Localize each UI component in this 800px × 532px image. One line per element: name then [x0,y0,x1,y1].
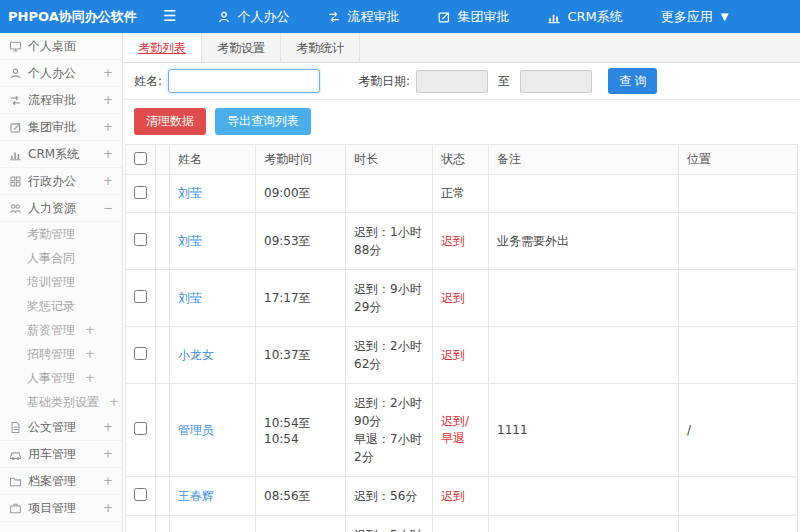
app-logo[interactable]: PHPOA协同办公软件 [0,8,123,26]
col-time: 考勤时间 [256,145,346,175]
col-note: 备注 [489,145,679,175]
expand-toggle-icon[interactable]: + [85,347,95,361]
tab-attendance-list[interactable]: 考勤列表 [123,33,202,62]
row-checkbox[interactable] [134,347,147,360]
sidebar-menu: 个人桌面 个人办公 + 流程审批 + 集团审批 + CRM系统 + 行政办公 +… [0,33,123,532]
note-cell [489,477,679,516]
sidebar-subitem-label: 奖惩记录 [27,298,75,315]
expander-cell [156,477,170,516]
top-nav: 个人办公 流程审批 集团审批 CRM系统 更多应用 ▼ [198,0,747,33]
sidebar-item[interactable]: 集团审批 + [0,114,122,141]
nav-crm-system[interactable]: CRM系统 [528,0,641,33]
duration-cell: 迟到：1小时88分 [346,213,433,270]
nav-workflow-approval[interactable]: 流程审批 [308,0,418,33]
nav-personal-office[interactable]: 个人办公 [198,0,308,33]
note-cell [489,327,679,384]
location-cell [679,213,798,270]
employee-name-link[interactable]: 管理员 [178,423,214,437]
flow-icon [327,10,341,24]
expand-toggle-icon[interactable]: − [103,201,113,215]
name-filter-label: 姓名: [134,73,162,90]
sidebar-subitem[interactable]: 奖惩记录 [0,294,122,318]
expand-toggle-icon[interactable]: + [103,447,113,461]
expander-cell [156,175,170,213]
employee-name-link[interactable]: 刘莹 [178,186,202,200]
row-checkbox[interactable] [134,290,147,303]
note-cell: 1111 [489,384,679,477]
sidebar-item[interactable]: 流程审批 + [0,87,122,114]
caret-down-icon: ▼ [721,11,729,22]
location-cell: / [679,384,798,477]
duration-cell: 迟到：5小时33分 早退：4小时67分 [346,516,433,532]
sidebar-item[interactable]: 行政办公 + [0,168,122,195]
location-cell: / [679,516,798,532]
clean-data-button[interactable]: 清理数据 [134,108,206,135]
sidebar-item-icon [9,421,22,434]
sidebar-item[interactable]: 用车管理 + [0,441,122,468]
expand-toggle-icon[interactable]: + [103,474,113,488]
sidebar-item[interactable]: 人力资源 − [0,195,122,222]
sidebar-item[interactable]: 档案管理 + [0,468,122,495]
sidebar-subitem[interactable]: 招聘管理 + [0,342,122,366]
nav-label: 个人办公 [237,8,289,26]
row-checkbox[interactable] [134,422,147,435]
nav-more-apps[interactable]: 更多应用 ▼ [642,0,748,33]
expand-toggle-icon[interactable]: + [109,395,119,409]
search-button[interactable]: 查 询 [608,68,657,94]
row-checkbox[interactable] [134,186,147,199]
menu-toggle-icon[interactable]: ☰ [123,0,198,33]
sidebar-item-icon [9,475,22,488]
sidebar-item[interactable]: 个人办公 + [0,60,122,87]
status-cell: 迟到/早退 [433,516,489,532]
duration-cell: 迟到：9小时29分 [346,270,433,327]
employee-name-link[interactable]: 刘莹 [178,234,202,248]
expand-toggle-icon[interactable]: + [103,93,113,107]
sidebar-subitem[interactable]: 基础类别设置 + [0,390,122,414]
row-checkbox[interactable] [134,488,147,501]
employee-name-link[interactable]: 刘莹 [178,291,202,305]
sidebar-subitem-label: 人事合同 [27,250,75,267]
employee-name-link[interactable]: 小龙女 [178,348,214,362]
note-cell: 业务需要外出 [489,213,679,270]
expand-toggle-icon[interactable]: + [103,147,113,161]
col-location: 位置 [679,145,798,175]
sidebar-subitem[interactable]: 培训管理 [0,270,122,294]
expand-toggle-icon[interactable]: + [103,174,113,188]
expand-toggle-icon[interactable]: + [103,420,113,434]
name-filter-input[interactable] [168,69,320,93]
date-filter-label: 考勤日期: [358,73,410,90]
sidebar-item[interactable]: 公文管理 + [0,414,122,441]
sidebar-item[interactable]: CRM系统 + [0,141,122,168]
select-all-checkbox[interactable] [134,152,147,165]
sidebar-subitem[interactable]: 考勤管理 [0,222,122,246]
sidebar-subitem[interactable]: 人事管理 + [0,366,122,390]
duration-cell: 迟到：2小时90分 早退：7小时2分 [346,384,433,477]
expand-toggle-icon[interactable]: + [85,323,95,337]
status-cell: 迟到 [433,477,489,516]
expand-toggle-icon[interactable]: + [103,501,113,515]
duration-cell: 迟到：56分 [346,477,433,516]
tab-attendance-settings[interactable]: 考勤设置 [202,33,281,62]
nav-label: 集团审批 [457,8,509,26]
duration-cell [346,175,433,213]
sidebar-item[interactable]: 项目管理 + [0,495,122,522]
employee-name-link[interactable]: 王春辉 [178,489,214,503]
expand-toggle-icon[interactable]: + [85,371,95,385]
sidebar-item-icon [9,121,22,134]
sidebar-subitem[interactable]: 薪资管理 + [0,318,122,342]
date-to-input[interactable] [520,70,592,93]
expander-cell [156,213,170,270]
sidebar-item-icon [9,94,22,107]
row-checkbox[interactable] [134,233,147,246]
expand-toggle-icon[interactable]: + [103,66,113,80]
sidebar-subitem[interactable]: 人事合同 [0,246,122,270]
status-cell: 迟到 [433,270,489,327]
expand-toggle-icon[interactable]: + [103,120,113,134]
export-list-button[interactable]: 导出查询列表 [215,108,311,135]
tab-attendance-statistics[interactable]: 考勤统计 [281,33,360,62]
sidebar-item[interactable]: 个人桌面 [0,33,122,60]
filter-bar: 姓名: 考勤日期: 至 查 询 [123,63,800,100]
date-from-input[interactable] [416,70,488,93]
nav-group-approval[interactable]: 集团审批 [418,0,528,33]
table-row: 小龙女 10:37至 迟到：2小时62分 迟到 [126,327,798,384]
